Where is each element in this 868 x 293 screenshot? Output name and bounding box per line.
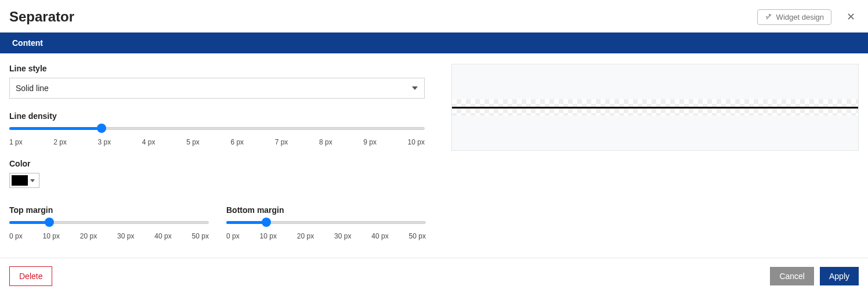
line-style-select[interactable]: Solid line bbox=[9, 78, 425, 99]
page-title: Separator bbox=[9, 9, 757, 25]
bottom-margin-slider[interactable] bbox=[226, 219, 426, 229]
color-label: Color bbox=[9, 159, 434, 168]
top-margin-thumb[interactable] bbox=[45, 218, 54, 227]
widget-design-button[interactable]: Widget design bbox=[757, 9, 831, 25]
color-field: Color bbox=[9, 159, 434, 188]
line-style-label: Line style bbox=[9, 64, 434, 73]
content-section-bar[interactable]: Content bbox=[0, 32, 868, 53]
cancel-button[interactable]: Cancel bbox=[770, 267, 814, 285]
bottom-margin-thumb[interactable] bbox=[262, 218, 271, 227]
top-margin-label: Top margin bbox=[9, 205, 209, 215]
line-density-field: Line density 1 px 2 px 3 px 4 px 5 px 6 … bbox=[9, 111, 434, 146]
close-icon[interactable]: ✕ bbox=[843, 8, 859, 26]
top-margin-field: Top margin 0 px 10 px 20 px 30 px 40 px … bbox=[9, 205, 209, 240]
line-density-ticks: 1 px 2 px 3 px 4 px 5 px 6 px 7 px 8 px … bbox=[9, 138, 425, 146]
line-density-label: Line density bbox=[9, 111, 434, 121]
wand-icon bbox=[765, 13, 773, 21]
line-density-thumb[interactable] bbox=[97, 124, 106, 133]
apply-button[interactable]: Apply bbox=[820, 267, 859, 285]
line-density-slider[interactable] bbox=[9, 125, 425, 135]
top-margin-slider[interactable] bbox=[9, 219, 209, 229]
content-section-label: Content bbox=[3, 32, 868, 53]
separator-preview bbox=[451, 64, 859, 151]
bottom-margin-label: Bottom margin bbox=[226, 205, 426, 215]
preview-line bbox=[452, 107, 858, 108]
color-swatch bbox=[12, 175, 28, 186]
top-margin-ticks: 0 px 10 px 20 px 30 px 40 px 50 px bbox=[9, 232, 209, 240]
bottom-margin-ticks: 0 px 10 px 20 px 30 px 40 px 50 px bbox=[226, 232, 426, 240]
bottom-margin-field: Bottom margin 0 px 10 px 20 px 30 px 40 … bbox=[226, 205, 426, 240]
delete-button[interactable]: Delete bbox=[9, 266, 52, 286]
line-style-field: Line style Solid line bbox=[9, 64, 434, 99]
chevron-down-icon bbox=[30, 179, 35, 182]
color-picker-button[interactable] bbox=[9, 173, 39, 188]
widget-design-label: Widget design bbox=[776, 13, 824, 21]
